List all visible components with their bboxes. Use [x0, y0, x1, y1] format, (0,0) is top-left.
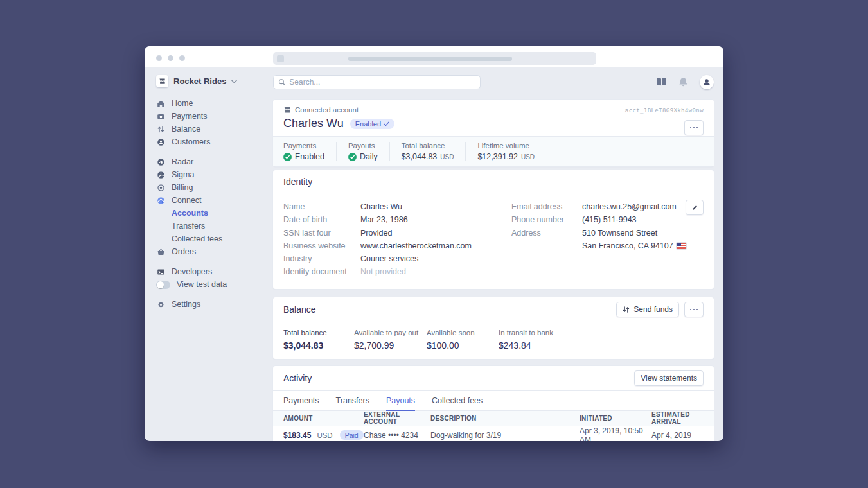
section-title-activity: Activity — [283, 373, 312, 383]
sidebar-item-radar[interactable]: Radar — [156, 155, 273, 168]
payout-estimated-arrival: Apr 4, 2019 — [651, 431, 704, 440]
balance-stat-available: Available to pay out $2,700.99 — [354, 329, 427, 351]
orders-icon — [156, 248, 165, 256]
field-value: www.charlestherocketman.com — [360, 240, 472, 252]
developers-icon — [156, 268, 165, 276]
identity-row-industry: Industry Courier services — [283, 252, 511, 265]
window-close-button[interactable] — [156, 55, 162, 61]
send-funds-button[interactable]: Send funds — [616, 302, 679, 317]
sidebar-item-developers[interactable]: Developers — [156, 265, 273, 278]
sidebar-item-label: Orders — [172, 247, 196, 256]
column-header-description: DESCRIPTION — [430, 415, 580, 422]
send-funds-label: Send funds — [633, 305, 673, 314]
sidebar-item-payments[interactable]: Payments — [156, 110, 273, 123]
sidebar-item-accounts[interactable]: Accounts — [156, 207, 273, 220]
sidebar-item-view-test-data[interactable]: View test data — [156, 278, 273, 291]
field-label: Name — [283, 200, 360, 213]
sidebar-item-collected-fees[interactable]: Collected fees — [156, 232, 273, 245]
field-value: Courier services — [360, 252, 418, 265]
settings-gear-icon — [156, 301, 165, 309]
docs-book-icon[interactable] — [656, 77, 667, 87]
identity-row-email: Email address charles.wu.25@gmail.com — [511, 200, 704, 213]
payout-initiated: Apr 3, 2019, 10:50 AM — [580, 426, 651, 441]
check-icon — [384, 121, 389, 126]
stat-label: Available to pay out — [354, 329, 427, 336]
sidebar-item-label: Settings — [172, 300, 200, 309]
status-badge: Enabled — [350, 119, 394, 129]
window-controls[interactable] — [156, 55, 185, 61]
sidebar: Rocket Rides Home Payments Balance — [145, 67, 273, 441]
stat-value: $12,391.92 — [477, 152, 518, 161]
activity-card: Activity View statements Payments Transf… — [273, 366, 714, 441]
browser-chrome — [145, 46, 723, 67]
balance-stat-transit: In transit to bank $243.84 — [499, 329, 553, 351]
search-input[interactable] — [289, 78, 475, 87]
account-overflow-button[interactable] — [684, 120, 704, 135]
sidebar-item-label: Accounts — [172, 209, 208, 218]
sidebar-item-balance[interactable]: Balance — [156, 123, 273, 135]
sidebar-item-customers[interactable]: Customers — [156, 135, 273, 148]
tab-payments[interactable]: Payments — [283, 391, 319, 411]
favicon-placeholder — [277, 55, 284, 62]
column-header-external-account: EXTERNAL ACCOUNT — [364, 411, 430, 425]
check-circle-icon — [348, 153, 357, 161]
sidebar-item-billing[interactable]: Billing — [156, 181, 273, 194]
stat-value: $243.84 — [499, 340, 553, 351]
payout-external-account: Chase •••• 4234 — [364, 431, 430, 440]
test-data-toggle[interactable] — [156, 281, 170, 289]
account-id: acct_1BLeT8G9Xkh4w0nw — [625, 107, 704, 114]
sidebar-item-settings[interactable]: Settings — [156, 298, 273, 311]
sidebar-item-connect[interactable]: Connect — [156, 194, 273, 207]
field-value: (415) 511-9943 — [582, 213, 637, 226]
tab-payouts[interactable]: Payouts — [386, 391, 415, 411]
window-minimize-button[interactable] — [168, 55, 173, 61]
url-bar[interactable] — [273, 52, 596, 65]
window-zoom-button[interactable] — [179, 55, 185, 61]
balance-overflow-button[interactable] — [684, 302, 704, 317]
stat-value: $3,044.83 — [283, 340, 354, 351]
tab-transfers[interactable]: Transfers — [336, 391, 369, 411]
sidebar-item-orders[interactable]: Orders — [156, 245, 273, 258]
sidebar-item-label: Connect — [172, 196, 202, 205]
identity-row-document: Identity document Not provided — [283, 265, 511, 278]
status-badge-label: Enabled — [355, 120, 381, 128]
sidebar-item-label: Sigma — [172, 170, 194, 179]
activity-tabs: Payments Transfers Payouts Collected fee… — [273, 391, 714, 411]
sidebar-item-sigma[interactable]: Sigma — [156, 168, 273, 181]
identity-row-name: Name Charles Wu — [283, 200, 511, 213]
edit-identity-button[interactable] — [686, 200, 704, 215]
stat-payouts: Payouts Daily — [336, 142, 389, 161]
account-stats-strip: Payments Enabled Payouts Daily — [273, 136, 714, 166]
stat-value: Daily — [360, 152, 378, 161]
connected-account-card: Connected account acct_1BLeT8G9Xkh4w0nw … — [273, 100, 714, 166]
stat-label: Total balance — [283, 329, 354, 336]
table-row[interactable]: $183.45 USD Paid Chase •••• 4234 Dog-wal… — [273, 426, 714, 441]
balance-stat-soon: Available soon $100.00 — [427, 329, 499, 351]
balance-icon — [156, 125, 165, 134]
sidebar-item-label: Customers — [172, 137, 210, 146]
person-icon — [702, 78, 711, 87]
chevron-down-icon — [231, 80, 237, 83]
account-switcher[interactable]: Rocket Rides — [156, 75, 273, 87]
sidebar-item-home[interactable]: Home — [156, 97, 273, 110]
storefront-icon — [156, 75, 168, 87]
desktop-background: Rocket Rides Home Payments Balance — [0, 0, 868, 488]
page-title: Charles Wu — [283, 117, 344, 130]
identity-row-ssn: SSN last four Provided — [283, 227, 511, 240]
section-title-identity: Identity — [283, 177, 312, 187]
account-name: Rocket Rides — [173, 76, 226, 86]
tab-collected-fees[interactable]: Collected fees — [432, 391, 483, 411]
sidebar-item-transfers[interactable]: Transfers — [156, 220, 273, 232]
sidebar-item-label: Collected fees — [172, 234, 222, 243]
browser-window: Rocket Rides Home Payments Balance — [145, 46, 723, 441]
sidebar-item-label: Home — [172, 99, 193, 108]
stat-label: Payouts — [348, 142, 378, 150]
view-statements-button[interactable]: View statements — [634, 370, 704, 386]
column-header-estimated-arrival: ESTIMATED ARRIVAL — [651, 411, 704, 425]
user-avatar[interactable] — [700, 75, 714, 89]
stat-lifetime-volume: Lifetime volume $12,391.92 USD — [465, 142, 546, 161]
search-input-wrapper[interactable] — [273, 75, 481, 89]
notifications-bell-icon[interactable] — [678, 77, 688, 87]
us-flag-icon — [677, 243, 686, 249]
field-label: Business website — [283, 240, 360, 252]
